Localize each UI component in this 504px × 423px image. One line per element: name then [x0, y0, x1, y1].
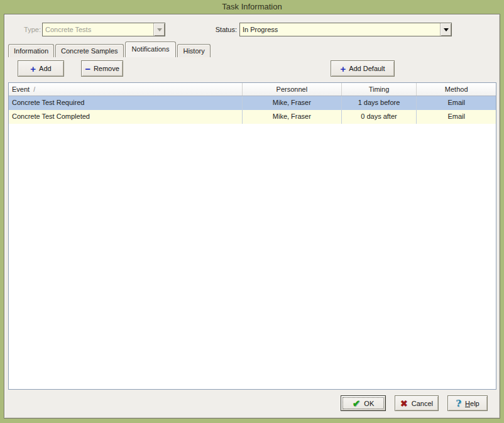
- plus-icon: +: [30, 64, 36, 74]
- help-button[interactable]: ? Help: [447, 395, 488, 411]
- add-button-label: Add: [39, 65, 52, 72]
- cell-event: Concrete Test Completed: [9, 110, 243, 124]
- cell-personnel: Mike, Fraser: [243, 96, 342, 110]
- tab-label: History: [183, 47, 204, 55]
- chevron-down-icon: [444, 28, 449, 31]
- add-default-button-label: Add Default: [349, 65, 385, 72]
- cell-method: Email: [417, 96, 496, 110]
- add-button[interactable]: + Add: [18, 60, 64, 77]
- tab-notifications[interactable]: Notifications: [125, 41, 177, 57]
- dialog-body: Type: Concrete Tests Status: In Progress…: [4, 14, 500, 419]
- x-icon: ✖: [400, 398, 408, 409]
- task-information-window: { "window": { "title": "Task Information…: [0, 0, 504, 423]
- question-mark-icon: ?: [456, 398, 461, 409]
- title-bar[interactable]: Task Information: [0, 0, 504, 14]
- cell-method: Email: [417, 110, 496, 124]
- cancel-button[interactable]: ✖ Cancel: [395, 395, 439, 411]
- cell-timing: 1 days before: [342, 96, 417, 110]
- cell-personnel: Mike, Fraser: [243, 110, 342, 124]
- status-dropdown-button[interactable]: [440, 23, 451, 36]
- cell-event: Concrete Test Required: [9, 96, 243, 110]
- type-combobox[interactable]: Concrete Tests: [42, 23, 165, 36]
- column-header-label: Personnel: [277, 85, 308, 93]
- tab-concrete-samples[interactable]: Concrete Samples: [55, 44, 124, 57]
- status-label: Status:: [211, 25, 237, 34]
- table-header-row: Event/ Personnel Timing Method: [9, 83, 496, 96]
- help-button-label: Help: [465, 400, 479, 407]
- check-icon: ✔: [353, 398, 361, 409]
- column-header-method[interactable]: Method: [417, 83, 496, 96]
- minus-icon: −: [85, 64, 90, 74]
- ok-button-label: OK: [364, 400, 374, 407]
- remove-button[interactable]: − Remove: [81, 60, 123, 77]
- notifications-table: Event/ Personnel Timing Method Concrete …: [8, 82, 496, 390]
- sort-ascending-icon: /: [33, 86, 35, 93]
- chevron-down-icon: [157, 28, 162, 31]
- add-default-button[interactable]: + Add Default: [331, 60, 395, 77]
- column-header-timing[interactable]: Timing: [342, 83, 417, 96]
- tab-label: Notifications: [132, 45, 170, 53]
- column-header-label: Method: [445, 85, 468, 93]
- window-title: Task Information: [222, 2, 282, 11]
- ok-button[interactable]: ✔ OK: [341, 395, 386, 411]
- status-value: In Progress: [240, 23, 440, 36]
- table-empty-area: [9, 124, 496, 389]
- tab-label: Concrete Samples: [61, 47, 118, 55]
- table-row[interactable]: Concrete Test Required Mike, Fraser 1 da…: [9, 96, 496, 110]
- column-header-event[interactable]: Event/: [9, 83, 243, 96]
- tab-label: Information: [14, 47, 48, 55]
- cancel-button-label: Cancel: [412, 400, 433, 407]
- type-label: Type:: [16, 25, 41, 34]
- column-header-label: Timing: [369, 85, 390, 93]
- plus-icon: +: [340, 64, 346, 74]
- cell-timing: 0 days after: [342, 110, 417, 124]
- column-header-personnel[interactable]: Personnel: [243, 83, 342, 96]
- type-value: Concrete Tests: [43, 23, 153, 36]
- tab-strip: Information Concrete Samples Notificatio…: [8, 41, 212, 57]
- type-dropdown-button: [153, 23, 165, 36]
- remove-button-label: Remove: [94, 65, 119, 72]
- column-header-label: Event: [12, 85, 30, 93]
- table-row[interactable]: Concrete Test Completed Mike, Fraser 0 d…: [9, 110, 496, 124]
- tab-history[interactable]: History: [177, 44, 210, 57]
- footer-button-bar: ✔ OK ✖ Cancel ? Help: [341, 395, 488, 411]
- tab-information[interactable]: Information: [8, 44, 54, 57]
- status-combobox[interactable]: In Progress: [239, 23, 452, 36]
